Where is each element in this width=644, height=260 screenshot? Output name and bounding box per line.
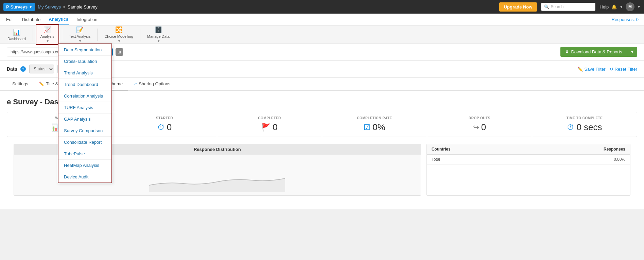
stat-completion-rate: COMPLETION RATE ☑ 0% bbox=[322, 112, 427, 137]
help-link[interactable]: Help bbox=[599, 4, 609, 10]
dashboard-label: Dashboard bbox=[7, 37, 26, 41]
analysis-label: Analysis bbox=[40, 34, 54, 38]
choice-modelling-caret-icon: ▼ bbox=[118, 39, 121, 43]
stat-started: STARTED ⏱ 0 bbox=[112, 112, 217, 137]
nav-integration[interactable]: Integration bbox=[76, 14, 98, 25]
stat-dropouts: DROP OUTS ↪ 0 bbox=[427, 112, 532, 137]
dashboard-icon: 📊 bbox=[13, 29, 20, 36]
reset-filter-link[interactable]: ↺ Reset Filter bbox=[610, 67, 637, 72]
stat-completion-rate-number: 0% bbox=[372, 122, 385, 133]
toolbar-sep-3 bbox=[97, 29, 98, 41]
stat-time-icon: ⏱ bbox=[567, 123, 574, 132]
dropdown-item-data-segmentation[interactable]: Data Segmentation bbox=[58, 44, 111, 56]
stat-time-value: ⏱ 0 secs bbox=[538, 122, 631, 133]
countries-total-row: Total 0.00% bbox=[427, 155, 630, 164]
tab-sharing-options[interactable]: ↗ Sharing Options bbox=[128, 78, 176, 90]
choice-modelling-icon: 🔀 bbox=[115, 26, 123, 34]
reset-filter-icon: ↺ bbox=[610, 67, 613, 72]
dropdown-item-turf-analysis[interactable]: TURF Analysis bbox=[58, 102, 111, 114]
toolbar-sep-2 bbox=[62, 29, 62, 41]
download-caret-button[interactable]: ▼ bbox=[627, 47, 637, 57]
breadcrumb-current: Sample Survey bbox=[68, 4, 98, 10]
title-logo-edit-icon: ✏️ bbox=[39, 82, 44, 86]
responses-col-header: Responses bbox=[604, 147, 625, 152]
search-icon: 🔍 bbox=[544, 4, 549, 9]
dropdown-item-device-audit[interactable]: Device Audit bbox=[58, 171, 111, 183]
status-select[interactable]: Status bbox=[29, 65, 54, 73]
analysis-caret-icon: ▼ bbox=[46, 39, 49, 43]
nav-analytics[interactable]: Analytics bbox=[48, 14, 69, 25]
breadcrumb: My Surveys > Sample Survey bbox=[38, 4, 98, 10]
stat-started-icon: ⏱ bbox=[157, 123, 165, 132]
stat-dropouts-value: ↪ 0 bbox=[433, 122, 526, 133]
dashboard-toolbar-btn[interactable]: 📊 Dashboard bbox=[3, 27, 30, 42]
dropdown-item-survey-comparison[interactable]: Survey Comparison bbox=[58, 125, 111, 137]
dropdown-item-heatmap-analysis[interactable]: HeatMap Analysis bbox=[58, 160, 111, 171]
bell-icon[interactable]: 🔔 bbox=[611, 4, 617, 10]
download-icon: ⬇ bbox=[565, 49, 569, 54]
download-data-reports-button[interactable]: ⬇ Download Data & Reports bbox=[560, 47, 627, 57]
save-filter-link[interactable]: ✏️ Save Filter bbox=[577, 67, 605, 72]
search-box[interactable]: 🔍 Search bbox=[541, 3, 595, 11]
choice-modelling-toolbar-btn[interactable]: 🔀 Choice Modelling ▼ bbox=[100, 25, 137, 44]
avatar-caret[interactable]: ▼ bbox=[637, 5, 641, 9]
text-analysis-label: Text Analysis bbox=[69, 34, 91, 38]
top-bar-links: Help 🔔 ▼ M ▼ bbox=[599, 2, 641, 11]
breadcrumb-mysurveys[interactable]: My Surveys bbox=[38, 4, 61, 10]
manage-data-label: Manage Data bbox=[147, 34, 170, 38]
dropdown-item-correlation-analysis[interactable]: Correlation Analysis bbox=[58, 90, 111, 102]
toolbar: 📊 Dashboard 📈 Analysis ▼ 📝 Text Analysis… bbox=[0, 26, 644, 44]
countries-table: Countries Responses Total 0.00% bbox=[427, 144, 630, 196]
stat-time-number: 0 secs bbox=[576, 122, 602, 133]
surveys-logo-btn[interactable]: P Surveys ▼ bbox=[3, 3, 35, 11]
search-placeholder: Search bbox=[551, 4, 563, 9]
dropdown-item-trend-dashboard[interactable]: Trend Dashboard bbox=[58, 79, 111, 90]
stat-completion-rate-value: ☑ 0% bbox=[328, 122, 421, 133]
surveys-caret-icon: ▼ bbox=[29, 5, 32, 9]
stat-completed-label: COMPLETED bbox=[223, 116, 316, 120]
stat-completed-number: 0 bbox=[273, 122, 277, 133]
stat-completed: COMPLETED 🚩 0 bbox=[217, 112, 322, 137]
stat-dropouts-number: 0 bbox=[481, 122, 486, 133]
dropdown-item-gap-analysis[interactable]: GAP Analysis bbox=[58, 114, 111, 125]
save-filter-icon: ✏️ bbox=[577, 67, 583, 72]
dropdown-item-trend-analysis[interactable]: Trend Analysis bbox=[58, 67, 111, 79]
download-label: Download Data & Reports bbox=[571, 49, 622, 54]
total-value: 0.00% bbox=[614, 157, 625, 162]
countries-header: Countries Responses bbox=[427, 144, 630, 155]
dropdown-item-consolidate-report[interactable]: Consolidate Report bbox=[58, 137, 111, 148]
avatar[interactable]: M bbox=[626, 2, 634, 11]
text-analysis-caret-icon: ▼ bbox=[79, 39, 82, 43]
sharing-options-label: Sharing Options bbox=[139, 81, 170, 86]
total-label: Total bbox=[432, 157, 614, 162]
stat-dropouts-label: DROP OUTS bbox=[433, 116, 526, 120]
stat-time-to-complete: TIME TO COMPLETE ⏱ 0 secs bbox=[532, 112, 637, 137]
analysis-toolbar-btn[interactable]: 📈 Analysis ▼ bbox=[36, 24, 59, 45]
info-icon: ? bbox=[20, 66, 26, 72]
text-analysis-icon: 📝 bbox=[76, 26, 84, 34]
stat-started-label: STARTED bbox=[118, 116, 211, 120]
nav-distribute[interactable]: Distribute bbox=[21, 14, 41, 25]
manage-data-toolbar-btn[interactable]: 🗄️ Manage Data ▼ bbox=[143, 25, 174, 44]
download-caret-icon: ▼ bbox=[630, 49, 634, 54]
dropdown-item-cross-tabulation[interactable]: Cross-Tabulation bbox=[58, 56, 111, 67]
surveys-logo-label: Surveys bbox=[11, 4, 28, 10]
tab-settings[interactable]: Settings bbox=[7, 78, 34, 90]
nav-edit[interactable]: Edit bbox=[5, 14, 14, 25]
bell-caret[interactable]: ▼ bbox=[620, 5, 623, 9]
stat-dropouts-icon: ↪ bbox=[473, 123, 479, 132]
dropdown-item-tubepulse[interactable]: TubePulse bbox=[58, 148, 111, 160]
secondary-nav: Edit Distribute Analytics Integration Re… bbox=[0, 14, 644, 26]
toolbar-sep-1 bbox=[33, 29, 33, 41]
stat-time-label: TIME TO COMPLETE bbox=[538, 116, 631, 120]
choice-modelling-label: Choice Modelling bbox=[104, 34, 133, 38]
surveys-logo-icon: P bbox=[6, 4, 9, 10]
analysis-icon: 📈 bbox=[43, 26, 51, 34]
stat-completed-icon: 🚩 bbox=[261, 123, 271, 132]
other-social-icon[interactable]: ⊞ bbox=[116, 48, 123, 56]
upgrade-now-button[interactable]: Upgrade Now bbox=[499, 2, 537, 12]
text-analysis-toolbar-btn[interactable]: 📝 Text Analysis ▼ bbox=[65, 25, 95, 44]
manage-data-icon: 🗄️ bbox=[155, 26, 162, 34]
filter-right: ✏️ Save Filter ↺ Reset Filter bbox=[577, 67, 637, 72]
reset-filter-label: Reset Filter bbox=[615, 67, 637, 72]
